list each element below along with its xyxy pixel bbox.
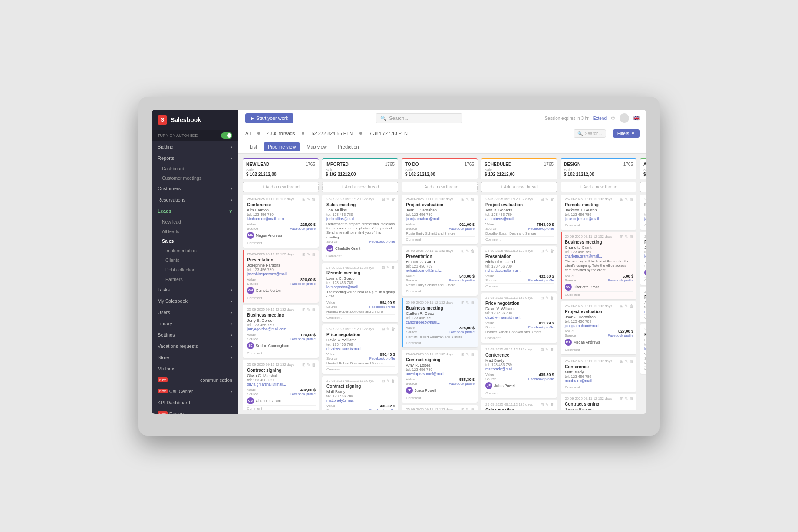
card-scheduled-4[interactable]: 25-09-2025 09:11:12 132 days ⊞ ✎ 🗑 Sales… (481, 400, 557, 410)
sidebar-item-explore[interactable]: new Explore (152, 408, 238, 414)
card-scheduled-2[interactable]: 25-09-2025 09:11:12 132 days ⊞ ✎ 🗑 Price… (481, 293, 557, 343)
card-design-0[interactable]: 25-09-2025 09:11:12 132 days ⊞ ✎ 🗑 Remot… (561, 195, 636, 230)
card-imported-2[interactable]: 25-09-2025 09:11:12 132 days ⊞ ✎ 🗑 Price… (322, 324, 398, 374)
card-icon-delete[interactable]: 🗑 (391, 327, 395, 331)
card-icon-delete[interactable]: 🗑 (550, 249, 554, 253)
card-icon-delete[interactable]: 🗑 (630, 304, 633, 308)
card-icon-edit[interactable]: ✎ (307, 252, 310, 257)
card-icon-delete[interactable]: 🗑 (630, 359, 633, 363)
card-auction-0[interactable]: 25-09-2025 09:11:12 132 days ⊞ ✎ 🗑 Remot… (640, 195, 646, 230)
card-icon-delete[interactable]: 🗑 (550, 296, 554, 300)
sidebar-sub-all-leads[interactable]: All leads (152, 227, 238, 236)
sidebar-item-vacations[interactable]: Vacations requests › (152, 340, 238, 352)
tab-prediction[interactable]: Prediction (333, 142, 363, 151)
card-icon-copy[interactable]: ⊞ (461, 301, 465, 305)
card-todo-4[interactable]: 25-09-2025 09:11:12 132 days ⊞ ✎ 🗑 Rysza… (402, 405, 478, 410)
card-icon-delete[interactable]: 🗑 (550, 197, 554, 202)
sidebar-item-reports[interactable]: Reports › (152, 152, 238, 164)
card-icon-edit[interactable]: ✎ (545, 249, 549, 253)
card-icon-delete[interactable]: 🗑 (630, 397, 633, 401)
start-work-button[interactable]: ▶ Start your work (245, 113, 293, 123)
sidebar-sub-new-lead[interactable]: New lead (152, 217, 238, 227)
card-icon-copy[interactable]: ⊞ (302, 252, 306, 257)
sidebar-item-customers[interactable]: Customers › (152, 183, 238, 194)
card-icon-delete[interactable]: 🗑 (391, 379, 395, 383)
card-icon-delete[interactable]: 🗑 (471, 197, 475, 202)
card-icon-edit[interactable]: ✎ (625, 197, 628, 202)
filter-button[interactable]: Filters ▼ (613, 129, 640, 138)
card-icon-edit[interactable]: ✎ (545, 347, 549, 352)
card-icon-copy[interactable]: ⊞ (620, 359, 623, 363)
card-icon-edit[interactable]: ✎ (307, 307, 310, 312)
extend-link[interactable]: Extend (593, 116, 607, 121)
card-icon-copy[interactable]: ⊞ (461, 249, 465, 253)
card-icon-copy[interactable]: ⊞ (620, 235, 623, 239)
card-icon-delete[interactable]: 🗑 (471, 352, 475, 357)
tab-pipeline[interactable]: Pipeline view (264, 142, 300, 151)
card-icon-copy[interactable]: ⊞ (461, 352, 465, 357)
card-icon-copy[interactable]: ⊞ (461, 407, 465, 410)
card-icon-edit[interactable]: ✎ (545, 197, 549, 202)
auto-hide-toggle[interactable] (221, 132, 232, 139)
card-icon-copy[interactable]: ⊞ (620, 304, 623, 308)
card-icon-delete[interactable]: 🗑 (550, 347, 554, 352)
add-thread-auction[interactable]: + Add a new thread (640, 182, 646, 192)
card-icon-edit[interactable]: ✎ (386, 327, 390, 331)
card-icon-copy[interactable]: ⊞ (541, 296, 544, 300)
sidebar-item-users[interactable]: Users › (152, 307, 238, 318)
card-icon-delete[interactable]: 🗑 (471, 249, 475, 253)
card-icon-edit[interactable]: ✎ (625, 397, 628, 401)
card-auction-3[interactable]: 25-09-2025 09:11:12 132 days ⊞ ✎ 🗑 Price… (640, 324, 646, 374)
card-icon-copy[interactable]: ⊞ (541, 197, 544, 202)
card-icon-copy[interactable]: ⊞ (541, 347, 544, 352)
sidebar-sub-sales[interactable]: Sales (152, 236, 238, 246)
sidebar-item-kpi[interactable]: KPI Dashboard (152, 397, 238, 408)
card-design-2[interactable]: 25-09-2025 09:11:12 132 days ⊞ ✎ 🗑 Proje… (561, 301, 636, 354)
card-icon-edit[interactable]: ✎ (466, 249, 469, 253)
card-auction-1[interactable]: 25-09-2025 09:11:12 132 days ⊞ ✎ 🗑 Prese… (640, 232, 646, 285)
sidebar-sub-debt-collection[interactable]: Debt collection (152, 265, 238, 274)
card-imported-1[interactable]: 25-09-2025 09:11:12 132 days ⊞ ✎ 🗑 Remot… (322, 263, 398, 322)
add-thread-design[interactable]: + Add a new thread (561, 182, 636, 192)
sidebar-item-mailbox[interactable]: Mailbox (152, 363, 238, 374)
card-icon-edit[interactable]: ✎ (386, 265, 390, 270)
card-icon-copy[interactable]: ⊞ (382, 265, 385, 270)
sidebar-item-library[interactable]: Library › (152, 318, 238, 329)
card-icon-edit[interactable]: ✎ (466, 352, 469, 357)
card-design-1[interactable]: 25-09-2025 09:11:12 132 days ⊞ ✎ 🗑 Busin… (561, 232, 636, 299)
sidebar-sub-customer-meetings[interactable]: Customer meetings (152, 173, 238, 183)
sidebar-item-tasks[interactable]: Tasks › (152, 284, 238, 295)
card-todo-3[interactable]: 25-09-2025 09:11:12 132 days ⊞ ✎ 🗑 Contr… (402, 350, 478, 403)
add-thread-new-lead[interactable]: + Add a new thread (243, 182, 319, 192)
card-icon-edit[interactable]: ✎ (545, 403, 549, 407)
card-icon-delete[interactable]: 🗑 (630, 197, 633, 202)
card-imported-3[interactable]: 25-09-2025 09:11:12 132 days ⊞ ✎ 🗑 Contr… (322, 376, 398, 410)
card-icon-edit[interactable]: ✎ (386, 197, 390, 202)
add-thread-todo[interactable]: + Add a new thread (402, 182, 478, 192)
user-avatar[interactable] (620, 113, 629, 123)
sidebar-item-store[interactable]: Store › (152, 352, 238, 363)
card-icon-copy[interactable]: ⊞ (382, 197, 385, 202)
content-search[interactable]: 🔍 Search... (574, 129, 606, 138)
sidebar-item-my-salesbook[interactable]: My Salesbook › (152, 295, 238, 307)
sidebar-item-leads[interactable]: Leads ∨ (152, 205, 238, 217)
card-icon-edit[interactable]: ✎ (466, 197, 469, 202)
card-icon-edit[interactable]: ✎ (625, 304, 628, 308)
card-icon-copy[interactable]: ⊞ (541, 249, 544, 253)
card-icon-delete[interactable]: 🗑 (312, 307, 316, 312)
card-new-lead-3[interactable]: 25-09-2025 09:11:12 132 days ⊞ ✎ 🗑 Contr… (243, 360, 319, 410)
card-icon-delete[interactable]: 🗑 (630, 235, 633, 239)
add-thread-scheduled[interactable]: + Add a new thread (481, 182, 557, 192)
sidebar-item-call-center[interactable]: new Call Center › (152, 386, 238, 397)
card-icon-copy[interactable]: ⊞ (620, 397, 623, 401)
card-icon-copy[interactable]: ⊞ (382, 327, 385, 331)
card-new-lead-1[interactable]: 25-09-2025 09:11:12 132 days ⊞ ✎ 🗑 Prese… (243, 250, 319, 303)
sidebar-sub-dashboard[interactable]: Dashboard (152, 164, 238, 173)
card-icon-delete[interactable]: 🗑 (312, 363, 316, 367)
card-icon-delete[interactable]: 🗑 (550, 403, 554, 407)
card-todo-2[interactable]: 25-09-2025 09:11:12 132 days ⊞ ✎ 🗑 Busin… (402, 298, 478, 347)
card-auction-2[interactable]: 25-09-2025 09:11:12 132 days ⊞ ✎ 🗑 Remot… (640, 287, 646, 322)
card-todo-0[interactable]: 25-09-2025 09:11:12 132 days ⊞ ✎ 🗑 Proje… (402, 195, 478, 244)
sidebar-sub-implementation[interactable]: Implementation (152, 246, 238, 255)
card-new-lead-2[interactable]: 25-09-2025 09:11:12 132 days ⊞ ✎ 🗑 Busin… (243, 305, 319, 358)
